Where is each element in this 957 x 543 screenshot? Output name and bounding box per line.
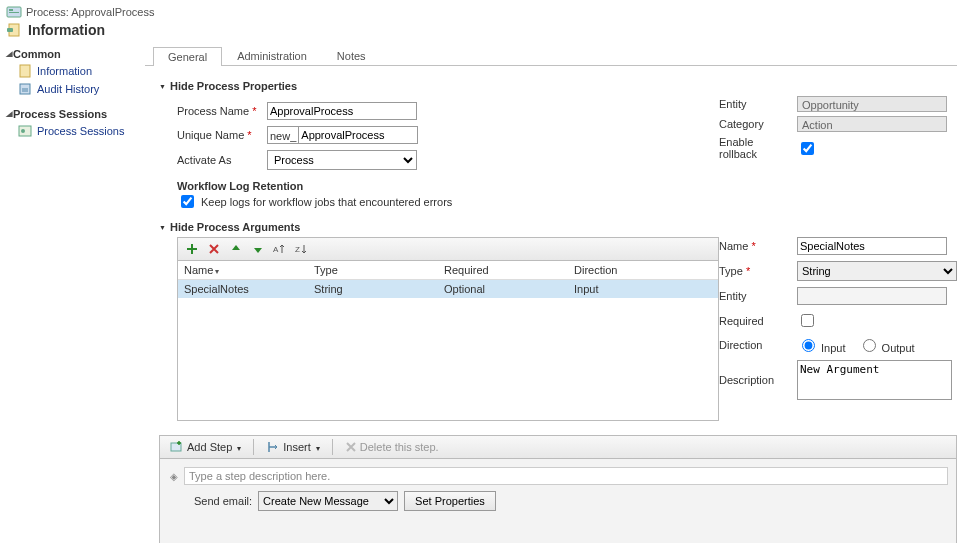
arguments-grid: Name Type Required Direction SpecialNote… bbox=[177, 261, 719, 421]
breadcrumb: Process: ApprovalProcess bbox=[26, 6, 154, 18]
sidebar-item-information[interactable]: Information bbox=[4, 62, 141, 80]
activate-as-select[interactable]: Process bbox=[267, 150, 417, 170]
add-step-icon bbox=[170, 440, 184, 454]
entity-field: Opportunity bbox=[797, 96, 947, 112]
sidebar-item-label: Audit History bbox=[37, 83, 99, 95]
arg-name-input[interactable] bbox=[797, 237, 947, 255]
move-up-icon[interactable] bbox=[228, 241, 244, 257]
svg-rect-5 bbox=[20, 65, 30, 77]
svg-rect-4 bbox=[7, 28, 13, 32]
sort-desc-icon[interactable]: Z bbox=[294, 241, 310, 257]
arg-direction-label: Direction bbox=[719, 339, 789, 351]
tab-administration[interactable]: Administration bbox=[222, 46, 322, 65]
svg-rect-1 bbox=[9, 9, 13, 11]
hide-process-arguments-toggle[interactable]: Hide Process Arguments bbox=[159, 217, 957, 237]
delete-argument-icon[interactable] bbox=[206, 241, 222, 257]
step-description-input[interactable] bbox=[184, 467, 948, 485]
steps-body: ◈ Send email: Create New Message Set Pro… bbox=[159, 459, 957, 543]
process-icon bbox=[6, 4, 22, 20]
enable-rollback-checkbox[interactable] bbox=[801, 142, 814, 155]
col-name[interactable]: Name bbox=[184, 264, 314, 276]
sort-asc-icon[interactable]: A bbox=[272, 241, 288, 257]
tab-general[interactable]: General bbox=[153, 47, 222, 66]
sidebar-item-label: Process Sessions bbox=[37, 125, 124, 137]
process-name-label: Process Name * bbox=[177, 105, 257, 117]
info-icon bbox=[6, 22, 22, 38]
arg-entity-input bbox=[797, 287, 947, 305]
send-email-select[interactable]: Create New Message bbox=[258, 491, 398, 511]
audit-icon bbox=[18, 82, 32, 96]
insert-icon bbox=[266, 440, 280, 454]
entity-label: Entity bbox=[719, 98, 789, 110]
enable-rollback-label: Enable rollback bbox=[719, 136, 789, 160]
sidebar-section-common[interactable]: Common bbox=[4, 46, 141, 62]
unique-name-label: Unique Name * bbox=[177, 129, 257, 141]
sidebar-item-process-sessions[interactable]: Process Sessions bbox=[4, 122, 141, 140]
sidebar-section-process-sessions[interactable]: Process Sessions bbox=[4, 106, 141, 122]
sessions-icon bbox=[18, 124, 32, 138]
arguments-toolbar: A Z bbox=[177, 237, 719, 261]
arg-description-input[interactable]: New Argument bbox=[797, 360, 952, 400]
page-title: Information bbox=[28, 22, 105, 38]
send-email-label: Send email: bbox=[194, 495, 252, 507]
step-bullet-icon: ◈ bbox=[170, 471, 178, 482]
col-type[interactable]: Type bbox=[314, 264, 444, 276]
svg-rect-2 bbox=[9, 12, 19, 13]
keep-logs-label: Keep logs for workflow jobs that encount… bbox=[201, 196, 452, 208]
arg-description-label: Description bbox=[719, 374, 789, 386]
category-field: Action bbox=[797, 116, 947, 132]
info-icon bbox=[18, 64, 32, 78]
insert-button[interactable]: Insert bbox=[260, 437, 326, 457]
delete-step-button: Delete this step. bbox=[339, 437, 445, 457]
col-required[interactable]: Required bbox=[444, 264, 574, 276]
move-down-icon[interactable] bbox=[250, 241, 266, 257]
arg-required-label: Required bbox=[719, 315, 789, 327]
arg-required-checkbox[interactable] bbox=[801, 314, 814, 327]
unique-name-input[interactable] bbox=[298, 126, 418, 144]
add-argument-icon[interactable] bbox=[184, 241, 200, 257]
arg-type-label: Type * bbox=[719, 265, 789, 277]
add-step-button[interactable]: Add Step bbox=[164, 437, 247, 457]
keep-logs-checkbox[interactable] bbox=[181, 195, 194, 208]
hide-process-properties-toggle[interactable]: Hide Process Properties bbox=[159, 76, 957, 96]
delete-icon bbox=[345, 441, 357, 453]
unique-name-prefix: new_ bbox=[267, 126, 298, 144]
sidebar-item-label: Information bbox=[37, 65, 92, 77]
svg-point-8 bbox=[21, 129, 25, 133]
sidebar-item-audit-history[interactable]: Audit History bbox=[4, 80, 141, 98]
svg-text:Z: Z bbox=[295, 245, 300, 254]
arg-entity-label: Entity bbox=[719, 290, 789, 302]
workflow-log-retention-label: Workflow Log Retention bbox=[159, 180, 719, 192]
steps-toolbar: Add Step Insert Delete this step. bbox=[159, 435, 957, 459]
process-name-input[interactable] bbox=[267, 102, 417, 120]
tab-notes[interactable]: Notes bbox=[322, 46, 381, 65]
set-properties-button[interactable]: Set Properties bbox=[404, 491, 496, 511]
svg-text:A: A bbox=[273, 245, 279, 254]
arg-type-select[interactable]: String bbox=[797, 261, 957, 281]
table-row[interactable]: SpecialNotes String Optional Input bbox=[178, 280, 718, 298]
tab-strip: General Administration Notes bbox=[145, 44, 957, 66]
activate-as-label: Activate As bbox=[177, 154, 257, 166]
arg-direction-input-radio[interactable]: Input bbox=[797, 336, 846, 354]
sidebar: Common Information Audit History Process… bbox=[0, 44, 145, 543]
col-direction[interactable]: Direction bbox=[574, 264, 712, 276]
arg-direction-output-radio[interactable]: Output bbox=[858, 336, 915, 354]
category-label: Category bbox=[719, 118, 789, 130]
arg-name-label: Name * bbox=[719, 240, 789, 252]
